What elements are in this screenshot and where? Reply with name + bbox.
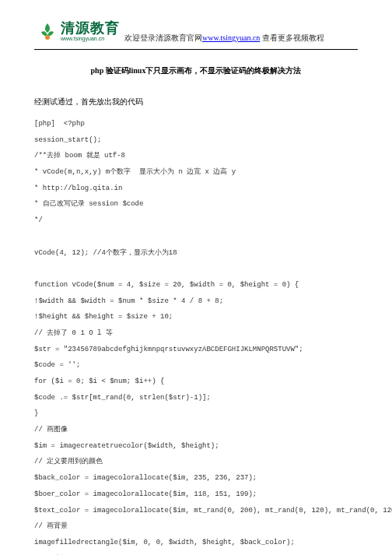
code-line: vCode(4, 12); //4个数字，显示大小为18: [34, 249, 358, 258]
code-line: }: [34, 409, 358, 419]
code-line: /**去掉 boom 就是 utf-8: [34, 152, 358, 161]
code-line: !$height && $height = $size + 10;: [34, 313, 358, 322]
code-line: */: [34, 216, 358, 226]
code-line: $boer_color = imagecolorallocate($im, 11…: [34, 490, 358, 500]
logo-icon: [37, 22, 58, 42]
code-line: $code .= $str[mt_rand(0, strlen($str)-1)…: [34, 394, 358, 403]
code-line: imagefilledrectangle($im, 0, 0, $width, …: [34, 539, 358, 548]
code-line: // 画图像: [34, 426, 358, 435]
code-line: [34, 265, 358, 274]
code-line: !$width && $width = $num * $size * 4 / 8…: [34, 297, 358, 307]
code-line: $back_color = imagecolorallocate($im, 23…: [34, 474, 358, 483]
code-line: function vCode($num = 4, $size = 20, $wi…: [34, 281, 358, 290]
code-line: session_start();: [34, 136, 358, 146]
code-line: // 去掉了 0 1 O l 等: [34, 329, 358, 339]
logo-sub-text: www.tsingyuan.cn: [61, 36, 104, 41]
header-welcome: 欢迎登录清源教育官网www.tsingyuan.cn 查看更多视频教程: [124, 33, 324, 47]
document-page: 清源教育 www.tsingyuan.cn 欢迎登录清源教育官网www.tsin…: [0, 0, 392, 555]
logo-main-text: 清源教育: [61, 19, 120, 37]
article-title: php 验证码linux下只显示画布，不显示验证码的终极解决方法: [34, 65, 358, 76]
header-divider: [34, 49, 358, 50]
intro-text: 经测试通过，首先放出我的代码: [34, 97, 358, 107]
svg-point-0: [45, 35, 50, 40]
welcome-prefix: 欢迎登录清源教育官网: [124, 33, 202, 42]
header: 清源教育 www.tsingyuan.cn 欢迎登录清源教育官网www.tsin…: [34, 19, 358, 47]
logo: 清源教育 www.tsingyuan.cn: [34, 19, 120, 47]
header-link[interactable]: www.tsingyuan.cn: [202, 33, 260, 42]
code-line: // 画背景: [34, 522, 358, 532]
code-line: * 自己改写记录 session $code: [34, 200, 358, 209]
welcome-suffix: 查看更多视频教程: [260, 33, 324, 42]
code-line: * http://blog.qita.in: [34, 184, 358, 194]
code-line: * vCode(m,n,x,y) m个数字 显示大小为 n 边宽 x 边高 y: [34, 168, 358, 177]
code-line: $str = "23456789abcdefghijkmnpqrstuvwxyz…: [34, 346, 358, 355]
code-line: $code = '';: [34, 361, 358, 371]
code-line: [php] <?php: [34, 120, 358, 129]
code-line: $im = imagecreatetruecolor($width, $heig…: [34, 442, 358, 451]
code-line: [34, 233, 358, 242]
code-block: [php] <?phpsession_start();/**去掉 boom 就是…: [34, 120, 358, 555]
code-line: $text_color = imagecolorallocate($im, mt…: [34, 507, 358, 516]
code-line: // 定义要用到的颜色: [34, 458, 358, 467]
code-line: for ($i = 0; $i < $num; $i++) {: [34, 378, 358, 387]
